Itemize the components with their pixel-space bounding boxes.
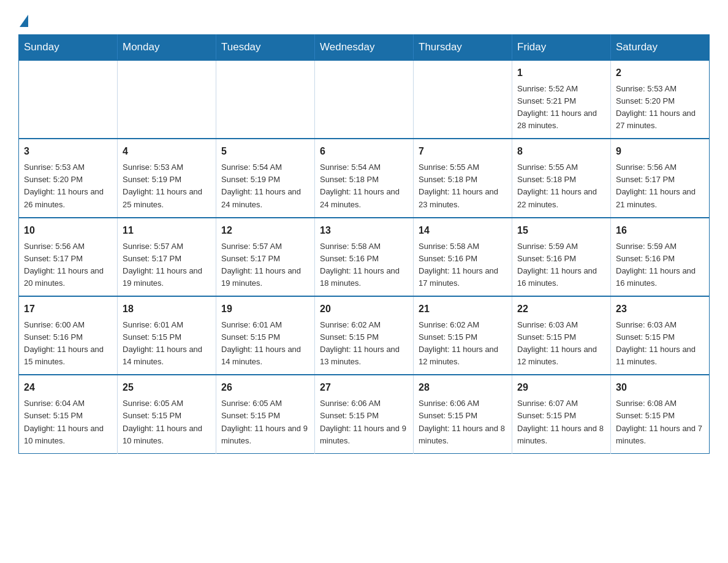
calendar-week-row: 3Sunrise: 5:53 AMSunset: 5:20 PMDaylight… — [19, 139, 710, 217]
calendar-cell: 19Sunrise: 6:01 AMSunset: 5:15 PMDayligh… — [216, 296, 315, 375]
day-info-text: Daylight: 11 hours and 7 minutes. — [616, 423, 704, 447]
day-info-text: Sunset: 5:15 PM — [123, 410, 211, 422]
calendar-cell: 9Sunrise: 5:56 AMSunset: 5:17 PMDaylight… — [611, 139, 710, 217]
calendar-cell: 3Sunrise: 5:53 AMSunset: 5:20 PMDaylight… — [19, 139, 118, 217]
calendar-cell: 2Sunrise: 5:53 AMSunset: 5:20 PMDaylight… — [611, 60, 710, 139]
day-info-text: Sunset: 5:19 PM — [123, 174, 211, 186]
calendar-cell: 14Sunrise: 5:58 AMSunset: 5:16 PMDayligh… — [414, 218, 512, 296]
day-number: 3 — [24, 144, 112, 159]
day-info-text: Sunset: 5:15 PM — [320, 331, 408, 343]
day-number: 2 — [616, 66, 704, 81]
calendar-cell: 6Sunrise: 5:54 AMSunset: 5:18 PMDaylight… — [315, 139, 414, 217]
day-info-text: Daylight: 11 hours and 24 minutes. — [320, 186, 408, 210]
day-info-text: Sunset: 5:15 PM — [221, 410, 309, 422]
calendar-week-row: 17Sunrise: 6:00 AMSunset: 5:16 PMDayligh… — [19, 296, 710, 375]
calendar-header: SundayMondayTuesdayWednesdayThursdayFrid… — [19, 35, 710, 61]
calendar-table: SundayMondayTuesdayWednesdayThursdayFrid… — [18, 34, 710, 454]
day-info-text: Sunrise: 6:01 AM — [221, 319, 309, 331]
day-number: 28 — [419, 380, 507, 396]
day-info-text: Daylight: 11 hours and 8 minutes. — [517, 423, 605, 447]
weekday-header-friday: Friday — [512, 35, 611, 61]
day-info-text: Sunrise: 5:54 AM — [221, 161, 309, 174]
calendar-cell: 22Sunrise: 6:03 AMSunset: 5:15 PMDayligh… — [512, 296, 611, 375]
calendar-cell: 27Sunrise: 6:06 AMSunset: 5:15 PMDayligh… — [315, 375, 414, 453]
day-info-text: Sunset: 5:15 PM — [123, 331, 211, 343]
day-info-text: Sunset: 5:21 PM — [517, 95, 605, 107]
day-info-text: Daylight: 11 hours and 12 minutes. — [517, 343, 605, 368]
calendar-cell: 8Sunrise: 5:55 AMSunset: 5:18 PMDaylight… — [512, 139, 611, 217]
day-info-text: Daylight: 11 hours and 17 minutes. — [419, 265, 507, 289]
day-number: 9 — [616, 144, 704, 159]
day-info-text: Daylight: 11 hours and 8 minutes. — [419, 423, 507, 447]
calendar-cell: 5Sunrise: 5:54 AMSunset: 5:19 PMDaylight… — [216, 139, 315, 217]
calendar-cell: 12Sunrise: 5:57 AMSunset: 5:17 PMDayligh… — [216, 218, 315, 296]
day-info-text: Sunset: 5:15 PM — [517, 410, 605, 422]
day-info-text: Sunset: 5:20 PM — [24, 174, 112, 186]
calendar-cell — [414, 60, 512, 139]
day-info-text: Sunset: 5:18 PM — [419, 174, 507, 186]
day-info-text: Sunrise: 6:02 AM — [419, 319, 507, 331]
day-info-text: Daylight: 11 hours and 18 minutes. — [320, 265, 408, 289]
day-number: 15 — [517, 223, 605, 239]
day-info-text: Daylight: 11 hours and 16 minutes. — [616, 265, 704, 289]
day-info-text: Daylight: 11 hours and 10 minutes. — [24, 423, 112, 447]
day-info-text: Sunrise: 5:58 AM — [320, 240, 408, 253]
day-info-text: Daylight: 11 hours and 9 minutes. — [320, 423, 408, 447]
day-info-text: Daylight: 11 hours and 24 minutes. — [221, 186, 309, 210]
day-info-text: Sunrise: 6:03 AM — [517, 319, 605, 331]
calendar-cell: 4Sunrise: 5:53 AMSunset: 5:19 PMDaylight… — [118, 139, 216, 217]
day-info-text: Sunrise: 5:53 AM — [123, 161, 211, 174]
day-number: 29 — [517, 380, 605, 396]
calendar-cell: 25Sunrise: 6:05 AMSunset: 5:15 PMDayligh… — [118, 375, 216, 453]
weekday-header-monday: Monday — [118, 35, 216, 61]
calendar-body: 1Sunrise: 5:52 AMSunset: 5:21 PMDaylight… — [19, 60, 710, 453]
day-info-text: Daylight: 11 hours and 16 minutes. — [517, 265, 605, 289]
day-info-text: Daylight: 11 hours and 9 minutes. — [221, 423, 309, 447]
day-info-text: Sunrise: 6:02 AM — [320, 319, 408, 331]
day-number: 27 — [320, 380, 408, 396]
calendar-cell: 20Sunrise: 6:02 AMSunset: 5:15 PMDayligh… — [315, 296, 414, 375]
calendar-cell: 29Sunrise: 6:07 AMSunset: 5:15 PMDayligh… — [512, 375, 611, 453]
day-number: 6 — [320, 144, 408, 159]
calendar-cell: 26Sunrise: 6:05 AMSunset: 5:15 PMDayligh… — [216, 375, 315, 453]
day-info-text: Sunrise: 5:52 AM — [517, 83, 605, 95]
day-number: 10 — [24, 223, 112, 239]
day-info-text: Sunrise: 6:07 AM — [517, 397, 605, 410]
day-info-text: Sunset: 5:20 PM — [616, 95, 704, 107]
day-number: 24 — [24, 380, 112, 396]
calendar-cell: 16Sunrise: 5:59 AMSunset: 5:16 PMDayligh… — [611, 218, 710, 296]
calendar-cell: 18Sunrise: 6:01 AMSunset: 5:15 PMDayligh… — [118, 296, 216, 375]
weekday-header-row: SundayMondayTuesdayWednesdayThursdayFrid… — [19, 35, 710, 61]
day-number: 23 — [616, 302, 704, 317]
weekday-header-saturday: Saturday — [611, 35, 710, 61]
day-info-text: Sunset: 5:18 PM — [320, 174, 408, 186]
day-info-text: Sunrise: 5:53 AM — [616, 83, 704, 95]
day-number: 5 — [221, 144, 309, 159]
calendar-cell: 7Sunrise: 5:55 AMSunset: 5:18 PMDaylight… — [414, 139, 512, 217]
day-info-text: Sunset: 5:17 PM — [221, 253, 309, 265]
day-number: 26 — [221, 380, 309, 396]
calendar-cell: 21Sunrise: 6:02 AMSunset: 5:15 PMDayligh… — [414, 296, 512, 375]
day-number: 7 — [419, 144, 507, 159]
day-info-text: Sunset: 5:15 PM — [616, 331, 704, 343]
day-info-text: Daylight: 11 hours and 10 minutes. — [123, 423, 211, 447]
calendar-cell: 15Sunrise: 5:59 AMSunset: 5:16 PMDayligh… — [512, 218, 611, 296]
day-info-text: Sunset: 5:19 PM — [221, 174, 309, 186]
weekday-header-sunday: Sunday — [19, 35, 118, 61]
day-number: 4 — [123, 144, 211, 159]
day-info-text: Sunset: 5:16 PM — [517, 253, 605, 265]
calendar-cell — [216, 60, 315, 139]
calendar-cell: 30Sunrise: 6:08 AMSunset: 5:15 PMDayligh… — [611, 375, 710, 453]
day-info-text: Sunrise: 6:06 AM — [419, 397, 507, 410]
day-number: 12 — [221, 223, 309, 239]
calendar-cell — [118, 60, 216, 139]
day-info-text: Daylight: 11 hours and 14 minutes. — [123, 343, 211, 368]
day-info-text: Daylight: 11 hours and 20 minutes. — [24, 265, 112, 289]
day-number: 18 — [123, 302, 211, 317]
day-number: 8 — [517, 144, 605, 159]
day-number: 14 — [419, 223, 507, 239]
day-info-text: Daylight: 11 hours and 26 minutes. — [24, 186, 112, 210]
day-info-text: Sunset: 5:15 PM — [517, 331, 605, 343]
day-info-text: Daylight: 11 hours and 27 minutes. — [616, 107, 704, 132]
day-info-text: Daylight: 11 hours and 12 minutes. — [419, 343, 507, 368]
